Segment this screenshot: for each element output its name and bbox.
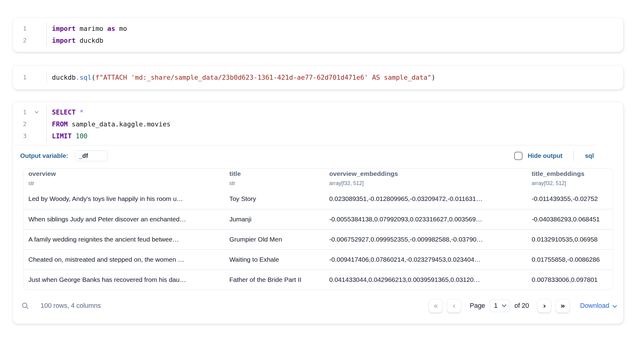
code-editor[interactable]: 1 duckdb.sql(f"ATTACH 'md:_share/sample_…: [13, 65, 623, 89]
code-cell-imports: 1 import marimo as mo 2 import duckdb: [12, 17, 624, 52]
chevron-down-icon: [502, 304, 507, 308]
cell-overview: A family wedding reignites the ancient f…: [24, 236, 224, 243]
page-number-value: 1: [494, 302, 498, 310]
code-line: 2 FROM sample_data.kaggle.movies: [13, 118, 623, 130]
code-editor[interactable]: 1 SELECT * 2 FROM sample_data.kaggle.mov…: [13, 102, 623, 145]
download-label: Download: [580, 302, 609, 310]
hide-output-label[interactable]: Hide output: [528, 152, 562, 159]
output-variable-input[interactable]: [75, 151, 108, 161]
gutter: 3: [13, 130, 47, 142]
sql-cell-controls: Output variable: Hide output sql: [13, 145, 623, 166]
cell-title-embeddings: 0.0132910535,0.06958: [527, 236, 613, 243]
marimo-notebook: 1 import marimo as mo 2 import duckdb 1: [0, 0, 637, 364]
column-header-title-embeddings[interactable]: title_embeddings array[f32, 512]: [527, 170, 613, 187]
cell-title-embeddings: 0.007833006,0.097801: [527, 276, 613, 283]
output-variable-label: Output variable:: [20, 152, 68, 159]
prev-page-button[interactable]: ‹: [447, 299, 461, 313]
gutter: 1: [13, 23, 47, 35]
cell-title: Toy Story: [224, 195, 324, 202]
line-number: 1: [13, 71, 27, 83]
next-page-icon: ›: [543, 301, 546, 310]
cell-title-embeddings: -0.040386293,0.068451: [527, 216, 613, 223]
download-menu[interactable]: Download: [580, 302, 617, 310]
gutter: 2: [13, 118, 47, 130]
next-page-button[interactable]: ›: [537, 299, 551, 313]
code-text: LIMIT 100: [47, 130, 623, 142]
page-total-label: of 20: [515, 302, 529, 310]
cell-overview: Led by Woody, Andy's toys live happily i…: [24, 195, 224, 202]
gutter: 2: [13, 35, 47, 46]
cell-title: Jumanji: [224, 216, 324, 223]
line-number: 2: [13, 35, 27, 46]
chevron-down-icon: [612, 305, 617, 308]
code-line: 1 duckdb.sql(f"ATTACH 'md:_share/sample_…: [13, 71, 623, 83]
code-line: 3 LIMIT 100: [13, 130, 623, 142]
table-footer: 100 rows, 4 columns « ‹ Page 1 of 20 › »…: [13, 290, 623, 324]
line-number: 1: [13, 106, 27, 118]
search-icon[interactable]: [21, 302, 29, 310]
table-row[interactable]: Just when George Banks has recovered fro…: [24, 269, 613, 289]
code-line: 2 import duckdb: [13, 35, 623, 46]
first-page-button[interactable]: «: [428, 299, 443, 313]
table-header-row: overview str title str overview_embeddin…: [24, 169, 613, 189]
column-header-overview[interactable]: overview str: [24, 170, 224, 187]
last-page-button[interactable]: »: [555, 299, 570, 313]
code-text: duckdb.sql(f"ATTACH 'md:_share/sample_da…: [47, 71, 623, 83]
line-number: 3: [13, 130, 27, 142]
fold-chevron-icon[interactable]: [35, 111, 39, 114]
language-label[interactable]: sql: [585, 152, 594, 159]
cell-overview-embeddings: 0.041433044,0.042966213,0.0039591365,0.0…: [324, 276, 527, 283]
cell-overview-embeddings: -0.009417406,0.07860214,-0.023279453,0.0…: [324, 256, 527, 263]
cell-title: Grumpier Old Men: [224, 236, 324, 243]
prev-page-icon: ‹: [453, 301, 456, 310]
line-number: 1: [13, 23, 27, 35]
code-line: 1 SELECT *: [13, 106, 623, 118]
cell-title-embeddings: 0.01755858,-0.0086286: [527, 256, 613, 263]
column-header-overview-embeddings[interactable]: overview_embeddings array[f32, 512]: [324, 170, 527, 187]
table-row[interactable]: When siblings Judy and Peter discover an…: [24, 209, 613, 229]
last-page-icon: »: [560, 301, 565, 310]
code-text: SELECT *: [47, 106, 623, 118]
cell-overview: Just when George Banks has recovered fro…: [24, 276, 224, 283]
sql-cell: 1 SELECT * 2 FROM sample_data.kaggle.mov…: [12, 102, 624, 324]
cell-title: Father of the Bride Part II: [224, 276, 324, 283]
result-table: overview str title str overview_embeddin…: [23, 168, 613, 290]
hide-output-checkbox[interactable]: [514, 152, 522, 160]
controls-divider: [573, 150, 574, 161]
code-line: 1 import marimo as mo: [13, 23, 623, 35]
cell-overview-embeddings: -0.0055384138,0.07992093,0.023316627,0.0…: [324, 216, 527, 223]
code-text: import marimo as mo: [47, 23, 623, 35]
page-label: Page: [470, 302, 485, 310]
table-row[interactable]: A family wedding reignites the ancient f…: [24, 229, 613, 249]
code-editor[interactable]: 1 import marimo as mo 2 import duckdb: [13, 18, 623, 52]
row-count-summary: 100 rows, 4 columns: [41, 302, 101, 310]
cell-overview: When siblings Judy and Peter discover an…: [24, 216, 224, 223]
column-header-title[interactable]: title str: [224, 170, 324, 187]
page-number-select[interactable]: 1: [490, 300, 510, 312]
cell-title: Waiting to Exhale: [224, 256, 324, 263]
cell-overview-embeddings: -0.006752927,0.099952355,-0.009982588,-0…: [324, 236, 527, 243]
table-row[interactable]: Cheated on, mistreated and stepped on, t…: [24, 249, 613, 269]
code-text: FROM sample_data.kaggle.movies: [47, 118, 623, 130]
cell-title-embeddings: -0.011439355,-0.02752: [527, 195, 613, 202]
code-cell-attach: 1 duckdb.sql(f"ATTACH 'md:_share/sample_…: [12, 65, 624, 90]
gutter: 1: [13, 71, 47, 83]
cell-overview-embeddings: 0.023089351,-0.012809965,-0.03209472,-0.…: [324, 195, 527, 202]
code-text: import duckdb: [47, 35, 623, 46]
cell-overview: Cheated on, mistreated and stepped on, t…: [24, 256, 224, 263]
gutter: 1: [13, 106, 47, 118]
table-row[interactable]: Led by Woody, Andy's toys live happily i…: [24, 189, 613, 209]
line-number: 2: [13, 118, 27, 130]
first-page-icon: «: [433, 301, 438, 310]
